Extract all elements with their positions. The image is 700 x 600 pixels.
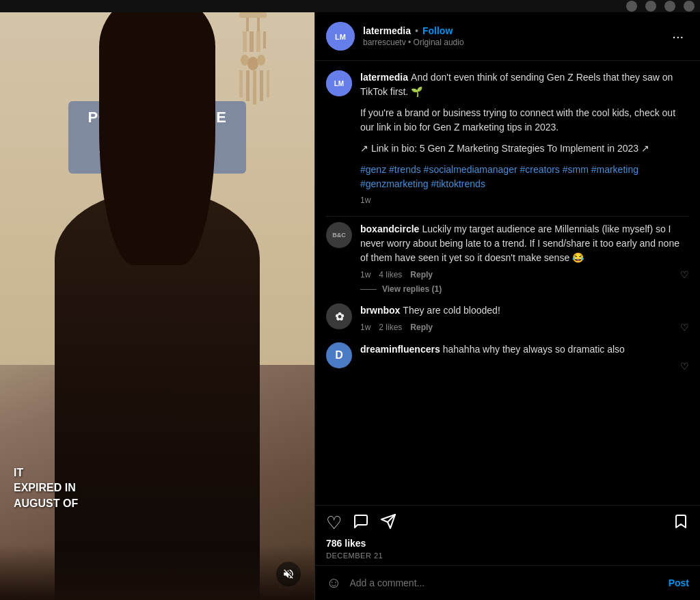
caption-username[interactable]: latermedia (360, 72, 408, 83)
svg-point-8 (247, 57, 258, 70)
comment-1-likes[interactable]: 4 likes (379, 270, 402, 279)
caption-text2: If you're a brand or business trying to … (360, 106, 689, 135)
post-comment-button[interactable]: Post (669, 577, 689, 588)
svg-rect-1 (246, 18, 249, 31)
video-background: POV: YOU'RE ONE DAY LATE TO A TIKTOK TRE… (0, 12, 314, 600)
svg-text:LM: LM (335, 33, 346, 41)
comment-3-username[interactable]: dreaminfluencers (360, 344, 440, 355)
comment-2-meta: 1w 2 likes Reply ♡ (360, 322, 689, 333)
emoji-button[interactable]: ☺ (326, 574, 341, 592)
comment-1-text: boxandcircleLuckily my target audience a… (360, 222, 689, 265)
divider-1 (326, 216, 689, 217)
svg-rect-10 (239, 70, 243, 98)
bottom-text-line1: IT (14, 465, 78, 480)
comment-1-content: boxandcircleLuckily my target audience a… (360, 222, 689, 280)
comment-1-reply[interactable]: Reply (410, 270, 433, 279)
comment-input[interactable] (349, 577, 660, 588)
comment-3-block: D dreaminfluencershahahha why they alway… (326, 342, 689, 372)
svg-rect-2 (257, 18, 260, 31)
bottom-text-line3: AUGUST OF (14, 496, 78, 511)
comment-3-meta: ♡ (360, 361, 689, 372)
bookmark-button[interactable] (673, 513, 689, 534)
comment-2-time: 1w (360, 323, 371, 332)
svg-rect-0 (239, 12, 267, 18)
comment-1-avatar[interactable]: B&C (326, 222, 352, 248)
post-header-subtext: barrescuetv • Original audio (363, 38, 667, 47)
comment-button[interactable] (353, 513, 369, 534)
post-date: DECEMBER 21 (326, 551, 689, 560)
caption-block: LM latermediaAnd don't even think of sen… (326, 70, 689, 205)
video-panel: POV: YOU'RE ONE DAY LATE TO A TIKTOK TRE… (0, 12, 314, 600)
post-header-info: latermedia • Follow barrescuetv • Origin… (363, 25, 667, 47)
comment-3-content: dreaminfluencershahahha why they always … (360, 342, 689, 372)
caption-content: latermediaAnd don't even think of sendin… (360, 70, 689, 205)
svg-rect-4 (250, 31, 254, 52)
share-button[interactable] (380, 513, 396, 534)
svg-rect-11 (246, 70, 250, 101)
comment-2-text: brwnboxThey are cold blooded! (360, 303, 689, 318)
comment-2-row: ✿ brwnboxThey are cold blooded! 1w 2 lik… (326, 303, 689, 333)
comment-3-avatar[interactable]: D (326, 342, 352, 368)
comment-3-body: hahahha why they always so dramatic also (443, 344, 625, 355)
comment-2-body: They are cold blooded! (403, 305, 500, 316)
caption-text3: ↗ Link in bio: 5 Gen Z Marketing Strateg… (360, 141, 689, 156)
comment-1-time: 1w (360, 270, 371, 279)
nav-icon-3[interactable] (664, 1, 675, 12)
nav-icon-2[interactable] (645, 1, 656, 12)
nav-icon-1[interactable] (626, 1, 637, 12)
caption-meta: 1w (360, 195, 689, 205)
comment-2-content: brwnboxThey are cold blooded! 1w 2 likes… (360, 303, 689, 333)
video-bottom-text: IT EXPIRED IN AUGUST OF (14, 465, 78, 511)
comment-1-block: B&C boxandcircleLuckily my target audien… (326, 222, 689, 294)
comment-2-avatar[interactable]: ✿ (326, 303, 352, 329)
action-bar: ♡ 786 likes (315, 505, 700, 565)
comment-2-block: ✿ brwnboxThey are cold blooded! 1w 2 lik… (326, 303, 689, 333)
comment-2-username[interactable]: brwnbox (360, 305, 400, 316)
svg-rect-5 (256, 31, 260, 52)
comment-1-meta: 1w 4 likes Reply ♡ (360, 269, 689, 280)
profile-avatar[interactable]: LM (326, 22, 355, 51)
caption-time: 1w (360, 195, 371, 205)
add-comment-bar: ☺ Post (315, 565, 700, 600)
floor-gradient (0, 545, 314, 600)
comment-3-heart-icon[interactable]: ♡ (680, 361, 689, 372)
svg-rect-6 (263, 31, 266, 49)
follow-button[interactable]: Follow (422, 25, 453, 36)
comment-3-row: D dreaminfluencershahahha why they alway… (326, 342, 689, 372)
comment-3-text: dreaminfluencershahahha why they always … (360, 342, 689, 357)
more-options-button[interactable]: ··· (667, 26, 689, 47)
comment-2-reply[interactable]: Reply (410, 323, 433, 332)
caption-avatar[interactable]: LM (326, 70, 352, 96)
dot-separator: • (415, 25, 418, 36)
svg-rect-12 (253, 70, 256, 105)
post-panel: LM latermedia • Follow barrescuetv • Ori… (314, 12, 700, 600)
caption-text: latermediaAnd don't even think of sendin… (360, 70, 689, 99)
caption-hashtags: #genz #trends #socialmediamanager #creat… (360, 163, 689, 191)
svg-text:LM: LM (334, 80, 344, 87)
mute-button[interactable] (276, 562, 301, 586)
svg-rect-13 (260, 70, 263, 101)
comment-1-row: B&C boxandcircleLuckily my target audien… (326, 222, 689, 280)
svg-rect-3 (243, 31, 247, 52)
comment-1-heart-icon[interactable]: ♡ (680, 269, 689, 280)
nav-icon-4[interactable] (684, 1, 695, 12)
post-header-top: latermedia • Follow (363, 25, 667, 36)
svg-point-9 (257, 55, 265, 66)
main-layout: POV: YOU'RE ONE DAY LATE TO A TIKTOK TRE… (0, 12, 700, 600)
comments-section[interactable]: LM latermediaAnd don't even think of sen… (315, 61, 700, 505)
svg-rect-14 (267, 70, 269, 98)
top-bar (0, 0, 700, 12)
action-icons-row: ♡ (326, 513, 689, 534)
comment-1-username[interactable]: boxandcircle (360, 223, 419, 234)
bottom-text-line2: EXPIRED IN (14, 480, 78, 495)
like-button[interactable]: ♡ (326, 513, 342, 534)
view-replies-line (360, 289, 377, 290)
comment-2-heart-icon[interactable]: ♡ (680, 322, 689, 333)
likes-count: 786 likes (326, 538, 689, 549)
post-username[interactable]: latermedia (363, 25, 411, 36)
person-hair (99, 12, 215, 265)
view-replies-text[interactable]: View replies (1) (382, 284, 442, 294)
post-header: LM latermedia • Follow barrescuetv • Ori… (315, 12, 700, 61)
view-replies-1[interactable]: View replies (1) (360, 284, 689, 294)
comment-2-likes[interactable]: 2 likes (379, 323, 402, 332)
